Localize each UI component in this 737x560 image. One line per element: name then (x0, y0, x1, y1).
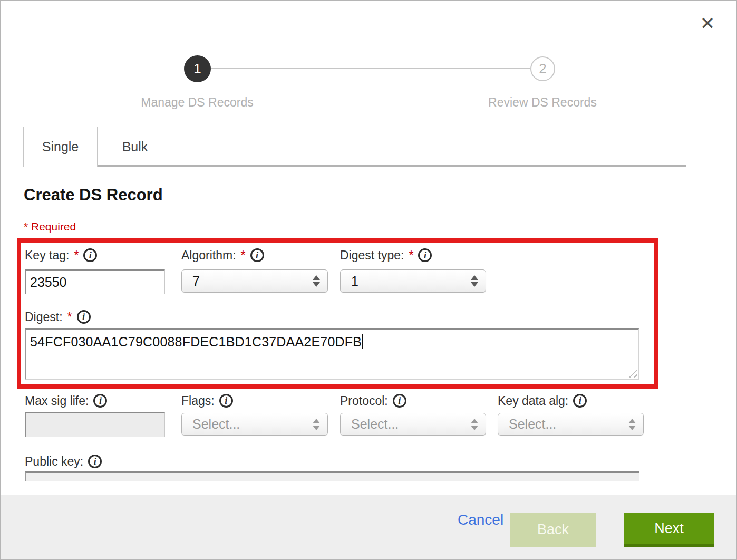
info-icon-glyph: i (94, 456, 96, 467)
protocol-label: Protocol: i (340, 392, 406, 409)
digest-textarea[interactable]: 54FCF030AA1C79C0088FDEC1BD1C37DAA2E70DFB (25, 328, 639, 380)
algorithm-select-value: 7 (192, 274, 200, 289)
max-sig-life-label: Max sig life: i (25, 392, 107, 409)
info-icon[interactable]: i (573, 394, 587, 408)
flags-select[interactable]: Select... (181, 413, 328, 436)
algorithm-label: Algorithm: * i (181, 247, 264, 264)
algorithm-label-text: Algorithm: (181, 248, 236, 263)
step-2-indicator: 2 (530, 56, 555, 81)
flags-select-value: Select... (192, 417, 240, 432)
max-sig-life-label-text: Max sig life: (25, 394, 89, 408)
chevron-up-down-icon (471, 275, 478, 287)
info-icon-glyph: i (99, 395, 102, 407)
flags-label-text: Flags: (181, 394, 215, 408)
protocol-select-value: Select... (351, 417, 399, 432)
info-icon-glyph: i (398, 395, 401, 407)
required-note: * Required (24, 220, 76, 233)
key-tag-label: Key tag: * i (25, 247, 97, 264)
info-icon[interactable]: i (83, 248, 97, 262)
key-data-alg-select[interactable]: Select... (498, 413, 644, 436)
key-data-alg-select-value: Select... (509, 417, 556, 432)
cancel-button[interactable]: Cancel (458, 511, 503, 528)
info-icon[interactable]: i (93, 394, 107, 408)
digest-type-select[interactable]: 1 (340, 269, 486, 293)
info-icon[interactable]: i (88, 455, 102, 468)
tab-divider (98, 165, 686, 167)
chevron-up-down-icon (471, 419, 478, 430)
protocol-select[interactable]: Select... (340, 413, 486, 436)
resize-handle-icon[interactable] (628, 369, 637, 378)
page-title: Create DS Record (24, 186, 163, 205)
step-2-label: Review DS Records (453, 95, 632, 110)
text-caret (362, 334, 363, 349)
key-data-alg-label-text: Key data alg: (498, 394, 568, 408)
step-1-indicator: 1 (184, 55, 211, 82)
info-icon[interactable]: i (393, 394, 406, 408)
key-tag-label-text: Key tag: (25, 248, 69, 263)
required-asterisk: * (67, 310, 72, 324)
digest-type-select-value: 1 (351, 274, 358, 289)
digest-type-label-text: Digest type: (340, 248, 404, 263)
flags-label: Flags: i (181, 392, 233, 409)
info-icon-glyph: i (579, 395, 581, 407)
modal-footer: Cancel Back Next (1, 495, 736, 559)
info-icon-glyph: i (82, 312, 85, 323)
info-icon[interactable]: i (219, 394, 233, 408)
create-ds-record-modal: ✕ 1 2 Manage DS Records Review DS Record… (0, 0, 737, 560)
info-icon[interactable]: i (250, 248, 264, 262)
info-icon-glyph: i (225, 395, 227, 407)
digest-type-label: Digest type: * i (340, 247, 432, 264)
digest-label-text: Digest: (25, 310, 63, 324)
tab-bulk[interactable]: Bulk (98, 127, 172, 167)
info-icon[interactable]: i (77, 310, 91, 324)
back-button[interactable]: Back (510, 513, 596, 547)
digest-value: 54FCF030AA1C79C0088FDEC1BD1C37DAA2E70DFB (30, 334, 362, 349)
info-icon-glyph: i (256, 250, 258, 261)
digest-label: Digest: * i (25, 308, 91, 325)
max-sig-life-input[interactable] (25, 412, 165, 437)
chevron-up-down-icon (313, 275, 320, 287)
key-data-alg-label: Key data alg: i (498, 392, 587, 409)
close-icon[interactable]: ✕ (696, 12, 719, 35)
step-1-label: Manage DS Records (108, 95, 287, 110)
info-icon[interactable]: i (418, 248, 432, 262)
next-button[interactable]: Next (624, 513, 714, 547)
info-icon-glyph: i (89, 250, 92, 261)
key-tag-input[interactable] (25, 269, 165, 294)
public-key-label: Public key: i (25, 453, 102, 470)
required-asterisk: * (241, 248, 246, 263)
required-asterisk: * (74, 248, 79, 263)
info-icon-glyph: i (424, 250, 426, 261)
tab-single[interactable]: Single (23, 127, 98, 167)
public-key-textarea[interactable] (25, 471, 639, 481)
required-asterisk: * (409, 248, 413, 263)
algorithm-select[interactable]: 7 (181, 269, 328, 293)
stepper-connector (211, 68, 530, 69)
chevron-up-down-icon (628, 419, 636, 430)
chevron-up-down-icon (313, 419, 320, 430)
public-key-label-text: Public key: (25, 455, 83, 469)
protocol-label-text: Protocol: (340, 394, 388, 408)
